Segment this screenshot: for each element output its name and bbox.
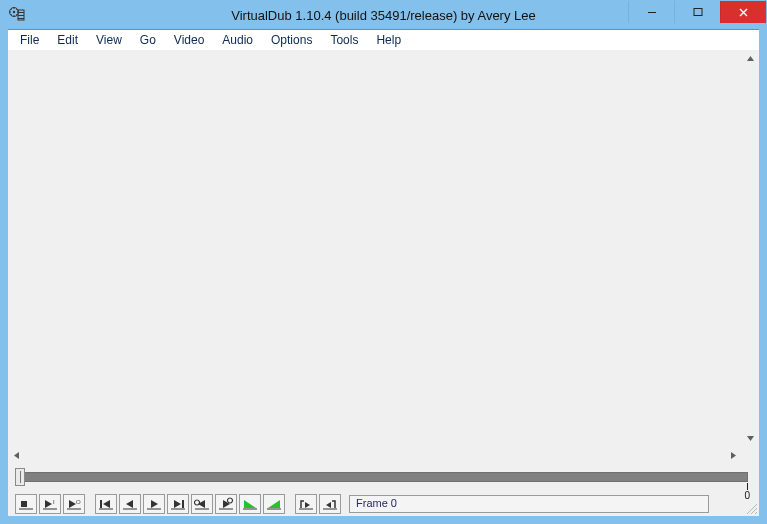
window-controls <box>628 1 766 23</box>
frame-indicator: Frame 0 <box>349 495 709 513</box>
minimize-button[interactable] <box>628 1 674 23</box>
menu-audio[interactable]: Audio <box>214 31 261 49</box>
scroll-corner <box>742 447 759 464</box>
bottom-panel: 0 I O <box>8 464 759 516</box>
menu-go[interactable]: Go <box>132 31 164 49</box>
scroll-up-icon[interactable] <box>742 50 759 67</box>
menubar: File Edit View Go Video Audio Options To… <box>8 30 759 50</box>
svg-rect-6 <box>694 9 702 16</box>
app-icon <box>9 7 25 23</box>
next-scene-button[interactable] <box>263 494 285 514</box>
svg-text:I: I <box>53 499 55 505</box>
svg-text:O: O <box>76 499 81 505</box>
menu-tools[interactable]: Tools <box>322 31 366 49</box>
scroll-down-icon[interactable] <box>742 430 759 447</box>
client-area: File Edit View Go Video Audio Options To… <box>8 29 759 516</box>
mark-out-button[interactable] <box>319 494 341 514</box>
mark-in-button[interactable] <box>295 494 317 514</box>
seek-bar[interactable]: 0 <box>15 468 752 488</box>
step-forward-button[interactable] <box>143 494 165 514</box>
vertical-scrollbar[interactable] <box>742 50 759 447</box>
go-end-button[interactable] <box>167 494 189 514</box>
step-back-button[interactable] <box>119 494 141 514</box>
vscroll-track[interactable] <box>742 67 759 430</box>
close-button[interactable] <box>720 1 766 23</box>
svg-rect-10 <box>100 500 102 508</box>
svg-rect-4 <box>18 15 24 16</box>
menu-edit[interactable]: Edit <box>49 31 86 49</box>
resize-grip-icon[interactable] <box>744 501 758 515</box>
svg-rect-11 <box>182 500 184 508</box>
scroll-right-icon[interactable] <box>725 447 742 464</box>
titlebar[interactable]: VirtualDub 1.10.4 (build 35491/release) … <box>1 1 766 29</box>
menu-video[interactable]: Video <box>166 31 212 49</box>
seek-thumb[interactable] <box>15 468 25 486</box>
menu-file[interactable]: File <box>12 31 47 49</box>
maximize-button[interactable] <box>674 1 720 23</box>
svg-rect-5 <box>18 18 24 19</box>
window: VirtualDub 1.10.4 (build 35491/release) … <box>0 0 767 524</box>
hscroll-track[interactable] <box>25 447 725 464</box>
svg-point-1 <box>13 11 15 13</box>
prev-keyframe-button[interactable] <box>191 494 213 514</box>
prev-scene-button[interactable] <box>239 494 261 514</box>
menu-help[interactable]: Help <box>368 31 409 49</box>
video-panes <box>8 50 759 464</box>
seek-track[interactable] <box>19 472 748 482</box>
next-keyframe-button[interactable] <box>215 494 237 514</box>
svg-rect-7 <box>21 501 27 507</box>
menu-view[interactable]: View <box>88 31 130 49</box>
go-start-button[interactable] <box>95 494 117 514</box>
menu-options[interactable]: Options <box>263 31 320 49</box>
horizontal-scrollbar[interactable] <box>8 447 742 464</box>
stop-button[interactable] <box>15 494 37 514</box>
seek-end-tick <box>747 483 748 490</box>
play-output-button[interactable]: O <box>63 494 85 514</box>
scroll-left-icon[interactable] <box>8 447 25 464</box>
svg-rect-3 <box>18 12 24 13</box>
play-input-button[interactable]: I <box>39 494 61 514</box>
transport-toolbar: I O <box>15 494 752 514</box>
